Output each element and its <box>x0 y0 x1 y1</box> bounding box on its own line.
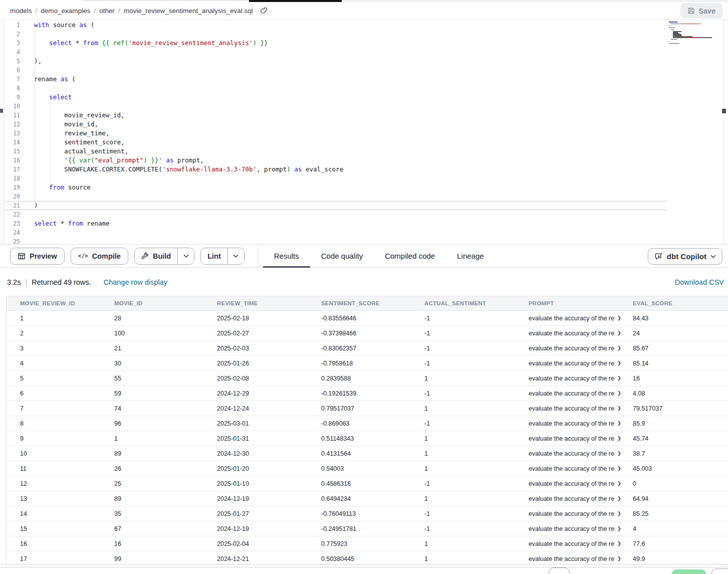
code-text: from source <box>34 183 91 192</box>
build-dropdown-chevron[interactable] <box>177 248 194 264</box>
expand-prompt-icon[interactable]: ❯ <box>617 461 621 476</box>
breadcrumb-separator: / <box>118 7 120 15</box>
expand-prompt-icon[interactable]: ❯ <box>617 311 621 325</box>
tab-results[interactable]: Results <box>263 245 310 268</box>
expand-prompt-icon[interactable]: ❯ <box>617 356 621 370</box>
tab-code-quality[interactable]: Code quality <box>310 245 374 268</box>
cell-movie-review-id: 10 <box>7 446 114 461</box>
code-line[interactable]: 18 <box>0 174 666 183</box>
editor-minimap[interactable] <box>669 22 717 46</box>
cell-movie-review-id: 8 <box>7 416 114 431</box>
breadcrumb-segment[interactable]: demo_examples <box>41 7 90 15</box>
code-line[interactable]: 5), <box>0 57 666 66</box>
cell-sentiment-score: 0.6494234 <box>321 491 424 506</box>
returned-rows-text: Returned 49 rows. <box>32 278 91 286</box>
code-line[interactable]: 8 <box>0 84 666 93</box>
table-row: 7742024-12-240.795170371evaluate the acc… <box>7 401 728 416</box>
expand-prompt-icon[interactable]: ❯ <box>617 341 621 355</box>
code-line[interactable]: 13 review_time, <box>0 129 666 138</box>
bottom-partial-button[interactable] <box>549 567 570 574</box>
code-line[interactable]: 16 '{{ var("eval_prompt") }}' as prompt, <box>0 156 666 165</box>
expand-prompt-icon[interactable]: ❯ <box>617 326 621 340</box>
code-line[interactable]: 24 <box>0 228 666 237</box>
code-line[interactable]: 23select * from rename <box>0 219 666 228</box>
bottom-green-button[interactable] <box>671 569 706 574</box>
expand-prompt-icon[interactable]: ❯ <box>617 506 621 521</box>
code-line[interactable]: 17 SNOWFLAKE.CORTEX.COMPLETE('snowflake-… <box>0 165 666 174</box>
code-line[interactable]: 1with source as ( <box>0 21 666 30</box>
breadcrumb-segment[interactable]: models <box>10 7 32 15</box>
cell-sentiment-score: 0.50380445 <box>321 551 424 564</box>
expand-prompt-icon[interactable]: ❯ <box>617 386 621 401</box>
line-number: 24 <box>0 228 34 237</box>
code-line[interactable]: 14 sentiment_score, <box>0 138 666 147</box>
expand-prompt-icon[interactable]: ❯ <box>617 491 621 506</box>
compile-button[interactable]: </> Compile <box>71 248 128 265</box>
editor-scrollbar-track[interactable] <box>723 21 724 244</box>
lint-button[interactable]: Lint <box>201 248 227 264</box>
code-line[interactable]: 21) <box>0 201 666 210</box>
editor-scrollbar-thumb[interactable] <box>722 109 726 113</box>
code-line[interactable]: 22 <box>0 210 666 219</box>
copilot-chat-icon <box>654 252 663 261</box>
horizontal-scrollbar-track[interactable] <box>0 564 728 567</box>
change-row-display-link[interactable]: Change row display <box>104 278 167 286</box>
lint-dropdown-chevron[interactable] <box>227 248 244 264</box>
code-line[interactable]: 19 from source <box>0 183 666 192</box>
cell-sentiment-score: -0.83556646 <box>321 311 424 325</box>
results-toolbar: Preview </> Compile Build Lint Results C… <box>0 244 728 268</box>
expand-prompt-icon[interactable]: ❯ <box>617 536 621 551</box>
cell-movie-review-id: 7 <box>7 401 114 416</box>
expand-prompt-icon[interactable]: ❯ <box>617 551 621 564</box>
indent-guide <box>35 30 35 201</box>
tab-lineage[interactable]: Lineage <box>446 245 495 268</box>
table-row: 912025-01-310.511483431evaluate the accu… <box>7 431 728 446</box>
preview-button[interactable]: Preview <box>10 248 65 265</box>
code-line[interactable]: 20 <box>0 192 666 201</box>
copilot-swirl-icon[interactable] <box>258 6 268 16</box>
cell-prompt: evaluate the accuracy of the res…❯ <box>529 536 633 551</box>
cell-review-time: 2024-12-30 <box>217 446 321 461</box>
prompt-preview-text: evaluate the accuracy of the res… <box>529 521 615 536</box>
prompt-preview-text: evaluate the accuracy of the res… <box>529 371 615 386</box>
cell-movie-id: 100 <box>114 326 217 340</box>
expand-prompt-icon[interactable]: ❯ <box>617 401 621 416</box>
code-line[interactable]: 4 <box>0 48 666 57</box>
cell-actual-sentiment: -1 <box>424 326 529 340</box>
code-line[interactable]: 2 <box>0 30 666 39</box>
cell-prompt: evaluate the accuracy of the res…❯ <box>529 431 633 446</box>
bottom-partial-button-right[interactable] <box>711 568 728 574</box>
cell-sentiment-score: 0.79517037 <box>321 401 424 416</box>
line-number: 15 <box>0 147 34 156</box>
expand-prompt-icon[interactable]: ❯ <box>617 446 621 461</box>
save-button[interactable]: Save <box>680 3 722 19</box>
expand-prompt-icon[interactable]: ❯ <box>617 371 621 386</box>
code-text: '{{ var("eval_prompt") }}' as prompt, <box>34 156 204 165</box>
code-line[interactable]: 6 <box>0 66 666 75</box>
line-number: 19 <box>0 183 34 192</box>
code-line[interactable]: 25 <box>0 237 666 244</box>
breadcrumb-segment[interactable]: other <box>99 7 115 15</box>
build-split-button: Build <box>134 248 194 265</box>
code-line[interactable]: 15 actual_sentiment, <box>0 147 666 156</box>
download-csv-link[interactable]: Download CSV <box>675 278 724 286</box>
expand-prompt-icon[interactable]: ❯ <box>617 521 621 536</box>
code-line[interactable]: 12 movie_id, <box>0 120 666 129</box>
cell-eval-score: 0 <box>633 476 728 491</box>
code-line[interactable]: 7rename as ( <box>0 75 666 84</box>
breadcrumb-segment[interactable]: movie_review_sentiment_analysis_eval.sql <box>124 7 253 15</box>
expand-prompt-icon[interactable]: ❯ <box>617 476 621 491</box>
sql-code-editor[interactable]: 1with source as (23 select * from {{ ref… <box>0 21 728 244</box>
code-line[interactable]: 3 select * from {{ ref('movie_review_sen… <box>0 39 666 48</box>
expand-prompt-icon[interactable]: ❯ <box>617 416 621 431</box>
tab-compiled-code[interactable]: Compiled code <box>374 245 446 268</box>
code-line[interactable]: 9 select <box>0 93 666 102</box>
expand-prompt-icon[interactable]: ❯ <box>617 431 621 446</box>
build-button[interactable]: Build <box>135 248 177 264</box>
cell-review-time: 2025-01-31 <box>217 431 321 446</box>
dbt-copilot-button[interactable]: dbt Copilot <box>648 248 722 265</box>
cell-movie-review-id: 6 <box>7 386 114 401</box>
code-line[interactable]: 11 movie_review_id, <box>0 111 666 120</box>
code-text: movie_id, <box>34 120 98 129</box>
code-line[interactable]: 10 <box>0 102 666 111</box>
